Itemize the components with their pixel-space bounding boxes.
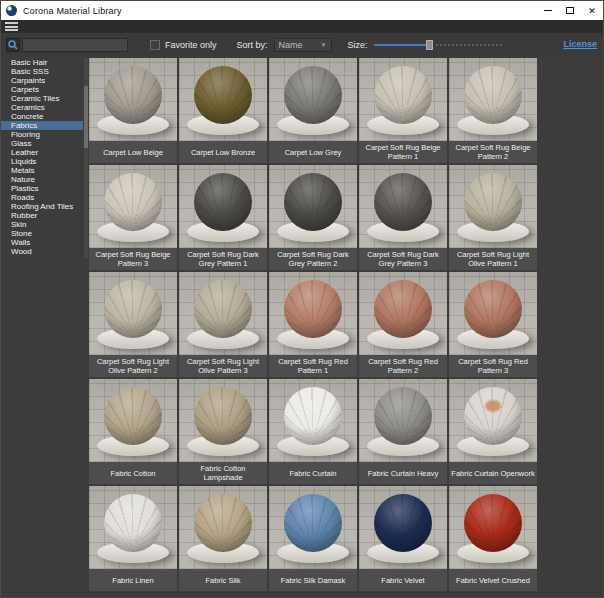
fabric-folds [104, 387, 162, 445]
material-tile[interactable]: Fabric Cotton [89, 379, 177, 484]
material-tile[interactable]: Fabric Velvet Crushed [449, 486, 537, 591]
sidebar-category-item[interactable]: Wood [1, 247, 83, 256]
material-sphere [194, 280, 252, 338]
material-preview-image [269, 58, 357, 141]
material-tile[interactable]: Carpet Soft Rug Beige Pattern 2 [449, 58, 537, 163]
material-name-label: Carpet Soft Rug Red Pattern 2 [359, 355, 447, 377]
material-name-label: Carpet Soft Rug Red Pattern 1 [269, 355, 357, 377]
sidebar-category-item[interactable]: Metals [1, 166, 83, 175]
sidebar-category-item[interactable]: Carpaints [1, 76, 83, 85]
close-icon: ✕ [588, 6, 596, 16]
material-sphere [464, 66, 522, 124]
material-tile[interactable]: Carpet Soft Rug Red Pattern 2 [359, 272, 447, 377]
material-name-label: Fabric Cotton Lampshade [179, 462, 267, 484]
search-icon [8, 40, 18, 50]
material-preview-image [89, 165, 177, 248]
material-tile[interactable]: Carpet Low Grey [269, 58, 357, 163]
material-sphere [374, 494, 432, 552]
maximize-button[interactable] [559, 1, 581, 20]
sidebar-category-item[interactable]: Ceramics [1, 103, 83, 112]
material-sphere [104, 494, 162, 552]
fabric-folds [284, 280, 342, 338]
material-tile[interactable]: Fabric Linen [89, 486, 177, 591]
slider-thumb[interactable] [426, 40, 433, 50]
sidebar-category-item[interactable]: Roads [1, 193, 83, 202]
material-sphere [284, 280, 342, 338]
sidebar-category-item[interactable]: Ceramic Tiles [1, 94, 83, 103]
sidebar-category-item[interactable]: Basic Hair [1, 58, 83, 67]
sidebar-category-item[interactable]: Walls [1, 238, 83, 247]
material-preview-image [89, 272, 177, 355]
hamburger-menu-icon[interactable] [5, 22, 18, 31]
sidebar-category-item[interactable]: Flooring [1, 130, 83, 139]
material-tile[interactable]: Carpet Soft Rug Dark Grey Pattern 2 [269, 165, 357, 270]
sidebar-category-item[interactable]: Liquids [1, 157, 83, 166]
sidebar-scrollbar-thumb[interactable] [84, 86, 88, 148]
sidebar-category-item[interactable]: Basic SSS [1, 67, 83, 76]
material-tile[interactable]: Carpet Soft Rug Light Olive Pattern 3 [179, 272, 267, 377]
chevron-down-icon: ▼ [321, 42, 327, 48]
fabric-folds [374, 280, 432, 338]
sidebar-scrollbar[interactable] [84, 58, 88, 258]
sidebar-category-item[interactable]: Leather [1, 148, 83, 157]
material-sphere [464, 173, 522, 231]
material-tile[interactable]: Carpet Soft Rug Dark Grey Pattern 3 [359, 165, 447, 270]
material-sphere [104, 173, 162, 231]
material-tile[interactable]: Carpet Soft Rug Dark Grey Pattern 1 [179, 165, 267, 270]
material-preview-image [179, 58, 267, 141]
fabric-folds [464, 494, 522, 552]
sidebar-category-item[interactable]: Carpets [1, 85, 83, 94]
fabric-folds [284, 66, 342, 124]
window-controls: ✕ [537, 1, 603, 20]
sidebar-category-item[interactable]: Glass [1, 139, 83, 148]
sidebar-category-item[interactable]: Concrete [1, 112, 83, 121]
material-tile[interactable]: Fabric Curtain [269, 379, 357, 484]
favorite-only-checkbox[interactable] [150, 40, 160, 50]
material-tile[interactable]: Carpet Low Bronze [179, 58, 267, 163]
fabric-folds [194, 494, 252, 552]
fabric-folds [194, 280, 252, 338]
material-sphere [464, 280, 522, 338]
material-tile[interactable]: Fabric Curtain Openwork [449, 379, 537, 484]
material-sphere [284, 173, 342, 231]
sort-by-label: Sort by: [237, 40, 268, 50]
material-preview-image [269, 165, 357, 248]
sidebar-category-item[interactable]: Nature [1, 175, 83, 184]
material-tile[interactable]: Carpet Soft Rug Light Olive Pattern 1 [449, 165, 537, 270]
material-sphere [284, 387, 342, 445]
category-sidebar: Basic HairBasic SSSCarpaintsCarpetsCeram… [1, 58, 83, 256]
material-preview-image [449, 165, 537, 248]
material-tile[interactable]: Carpet Soft Rug Beige Pattern 3 [89, 165, 177, 270]
sidebar-category-item[interactable]: Rubber [1, 211, 83, 220]
fabric-folds [374, 173, 432, 231]
search-button[interactable] [6, 38, 20, 52]
size-slider[interactable] [374, 39, 502, 51]
sidebar-category-item[interactable]: Fabrics [1, 121, 83, 130]
sidebar-category-item[interactable]: Stone [1, 229, 83, 238]
slider-track [436, 44, 502, 46]
sidebar-category-item[interactable]: Roofing And Tiles [1, 202, 83, 211]
sidebar-category-item[interactable]: Skin [1, 220, 83, 229]
material-sphere [194, 66, 252, 124]
minimize-button[interactable] [537, 1, 559, 20]
material-tile[interactable]: Carpet Soft Rug Beige Pattern 1 [359, 58, 447, 163]
material-tile[interactable]: Fabric Silk [179, 486, 267, 591]
sort-by-dropdown[interactable]: Name ▼ [274, 38, 332, 52]
material-tile[interactable]: Fabric Silk Damask [269, 486, 357, 591]
material-preview-image [179, 379, 267, 462]
close-button[interactable]: ✕ [581, 1, 603, 20]
sidebar-category-item[interactable]: Plastics [1, 184, 83, 193]
material-tile[interactable]: Fabric Cotton Lampshade [179, 379, 267, 484]
material-tile[interactable]: Carpet Soft Rug Red Pattern 1 [269, 272, 357, 377]
material-tile[interactable]: Carpet Soft Rug Light Olive Pattern 2 [89, 272, 177, 377]
material-tile[interactable]: Carpet Low Beige [89, 58, 177, 163]
material-tile[interactable]: Carpet Soft Rug Red Pattern 3 [449, 272, 537, 377]
fabric-folds [464, 173, 522, 231]
material-sphere [194, 387, 252, 445]
search-input[interactable] [22, 38, 128, 52]
material-tile[interactable]: Fabric Velvet [359, 486, 447, 591]
license-link[interactable]: License [563, 39, 597, 49]
material-name-label: Carpet Low Beige [89, 141, 177, 163]
material-tile[interactable]: Fabric Curtain Heavy [359, 379, 447, 484]
material-name-label: Carpet Soft Rug Light Olive Pattern 3 [179, 355, 267, 377]
